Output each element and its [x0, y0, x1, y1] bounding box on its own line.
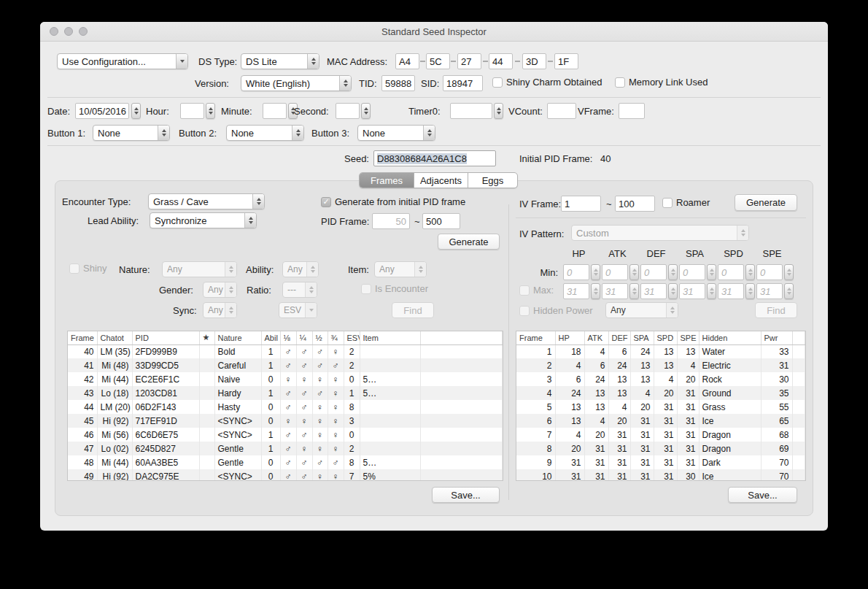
- pid-generate-button[interactable]: Generate: [438, 234, 500, 250]
- iv-find-button[interactable]: Find: [755, 302, 797, 318]
- ds-type-select[interactable]: DS Lite: [241, 53, 319, 69]
- max-checkbox[interactable]: Max:: [519, 285, 554, 296]
- max-spa-field[interactable]: 31: [679, 283, 705, 299]
- second-field[interactable]: [336, 103, 360, 119]
- column-header[interactable]: ⅛: [280, 331, 296, 344]
- min-hp-stepper[interactable]: [591, 264, 600, 280]
- second-stepper[interactable]: [361, 103, 371, 119]
- mac-field-5[interactable]: 3D: [522, 53, 546, 69]
- table-row[interactable]: 47Lo (02)6245D827Gentle1♂♀♀♀2: [68, 442, 503, 455]
- max-def-field[interactable]: 31: [640, 283, 667, 299]
- max-spe-field[interactable]: 31: [756, 283, 783, 299]
- min-spa-field[interactable]: 0: [679, 264, 705, 280]
- max-spa-stepper[interactable]: [707, 283, 716, 299]
- column-header[interactable]: ¼: [296, 331, 312, 344]
- column-header[interactable]: Pwr: [761, 331, 792, 344]
- min-def-stepper[interactable]: [668, 264, 678, 280]
- table-row[interactable]: 42Mi (44)EC2E6F1CNaive0♀♀♀♀05…: [68, 372, 503, 386]
- button2-select[interactable]: None: [226, 125, 304, 141]
- button1-select[interactable]: None: [93, 125, 170, 141]
- min-atk-field[interactable]: 0: [602, 264, 628, 280]
- column-header[interactable]: ½: [312, 331, 328, 344]
- max-atk-stepper[interactable]: [629, 283, 639, 299]
- max-def-stepper[interactable]: [668, 283, 678, 299]
- shiny-checkbox[interactable]: Shiny: [69, 263, 107, 274]
- hidden-power-select[interactable]: Any: [605, 302, 678, 318]
- sid-field[interactable]: 18947: [443, 75, 483, 91]
- pid-frame-max-field[interactable]: 500: [422, 213, 460, 229]
- encounter-type-select[interactable]: Grass / Cave: [148, 193, 265, 209]
- iv-frame-max-field[interactable]: 100: [615, 196, 655, 212]
- max-spd-field[interactable]: 31: [718, 283, 744, 299]
- seed-field[interactable]: D88308684A26A1C8: [373, 150, 496, 166]
- mac-field-4[interactable]: 44: [489, 53, 513, 69]
- nature-select[interactable]: Any: [162, 261, 237, 277]
- column-header[interactable]: Item: [360, 331, 420, 344]
- max-hp-stepper[interactable]: [591, 283, 600, 299]
- table-row[interactable]: 613420313131Ice65: [516, 414, 805, 428]
- pid-frame-min-field[interactable]: 50: [372, 213, 410, 229]
- title-bar[interactable]: Standard Seed Inspector: [40, 22, 828, 42]
- max-atk-field[interactable]: 31: [602, 283, 628, 299]
- hour-field[interactable]: [180, 103, 204, 119]
- column-header[interactable]: PID: [132, 331, 199, 344]
- lead-ability-select[interactable]: Synchronize: [150, 212, 257, 228]
- iv-pattern-select[interactable]: Custom: [571, 225, 749, 241]
- min-spe-stepper[interactable]: [784, 264, 794, 280]
- column-header[interactable]: SPE: [677, 331, 699, 344]
- gender-select[interactable]: Any: [203, 282, 237, 298]
- min-def-field[interactable]: 0: [640, 264, 667, 280]
- column-header[interactable]: Frame: [516, 331, 555, 344]
- column-header[interactable]: Frame: [68, 331, 97, 344]
- item-select[interactable]: Any: [374, 261, 427, 277]
- table-row[interactable]: 49Hi (92)DA2C975E<SYNC>0♂♂♀♀75%: [68, 469, 503, 481]
- min-hp-field[interactable]: 0: [563, 264, 589, 280]
- table-row[interactable]: 9313131313131Dark70: [516, 455, 805, 469]
- iv-frame-min-field[interactable]: 1: [561, 196, 601, 212]
- tab-eggs[interactable]: Eggs: [468, 173, 517, 188]
- mac-field-6[interactable]: 1F: [554, 53, 578, 69]
- table-row[interactable]: 424131342031Ground35: [516, 386, 805, 400]
- timer0-stepper[interactable]: [494, 103, 503, 119]
- table-row[interactable]: 742031313131Dragon68: [516, 428, 805, 442]
- column-header[interactable]: Nature: [214, 331, 261, 344]
- table-row[interactable]: 8203131313131Dragon69: [516, 442, 805, 455]
- ability-select[interactable]: Any: [282, 261, 319, 277]
- table-row[interactable]: 36241313420Rock30: [516, 372, 805, 386]
- tab-frames[interactable]: Frames: [360, 173, 414, 188]
- table-row[interactable]: 11846241313Water33: [516, 344, 805, 358]
- hour-stepper[interactable]: [206, 103, 215, 119]
- column-header[interactable]: Abil: [261, 331, 280, 344]
- table-row[interactable]: 513134203131Grass55: [516, 400, 805, 414]
- button3-select[interactable]: None: [357, 125, 435, 141]
- table-row[interactable]: 43Lo (18)1203CD81Hardy1♂♂♂♀15…: [68, 386, 503, 400]
- ratio-select[interactable]: ---: [282, 282, 317, 298]
- frames-save-button[interactable]: Save...: [432, 487, 500, 503]
- date-field[interactable]: 10/05/2016: [75, 103, 129, 119]
- column-header[interactable]: ¾: [328, 331, 344, 344]
- frames-table[interactable]: FrameChatotPID★NatureAbil⅛¼½¾ESVItem40LM…: [67, 331, 503, 481]
- version-select[interactable]: White (English): [241, 75, 352, 91]
- vframe-field[interactable]: [619, 103, 645, 119]
- date-stepper[interactable]: [131, 103, 141, 119]
- table-row[interactable]: 46Mi (56)6C6D6E75<SYNC>1♂♂♀♀0: [68, 428, 503, 442]
- mac-field-2[interactable]: 5C: [426, 53, 450, 69]
- table-row[interactable]: 41Mi (48)33D99CD5Careful1♂♂♂♂2: [68, 358, 503, 372]
- column-header[interactable]: Hidden: [699, 331, 761, 344]
- min-atk-stepper[interactable]: [629, 264, 639, 280]
- table-row[interactable]: 2462413134Electric31: [516, 358, 805, 372]
- timer0-field[interactable]: [450, 103, 492, 119]
- column-header[interactable]: [420, 331, 503, 344]
- min-spe-field[interactable]: 0: [756, 264, 783, 280]
- sync-select[interactable]: Any: [203, 302, 237, 318]
- esv-select[interactable]: ESV: [279, 302, 317, 318]
- column-header[interactable]: Chatot: [97, 331, 132, 344]
- column-header[interactable]: SPA: [630, 331, 654, 344]
- vcount-field[interactable]: [547, 103, 576, 119]
- column-header[interactable]: ★: [199, 331, 214, 344]
- column-header[interactable]: ATK: [584, 331, 608, 344]
- use-configuration-select[interactable]: Use Configuration...: [57, 53, 188, 69]
- table-row[interactable]: 44LM (20)06D2F143Hasty0♂♂♀♀8: [68, 400, 503, 414]
- is-encounter-checkbox[interactable]: Is Encounter: [361, 283, 428, 294]
- hidden-power-checkbox[interactable]: Hidden Power: [519, 305, 593, 316]
